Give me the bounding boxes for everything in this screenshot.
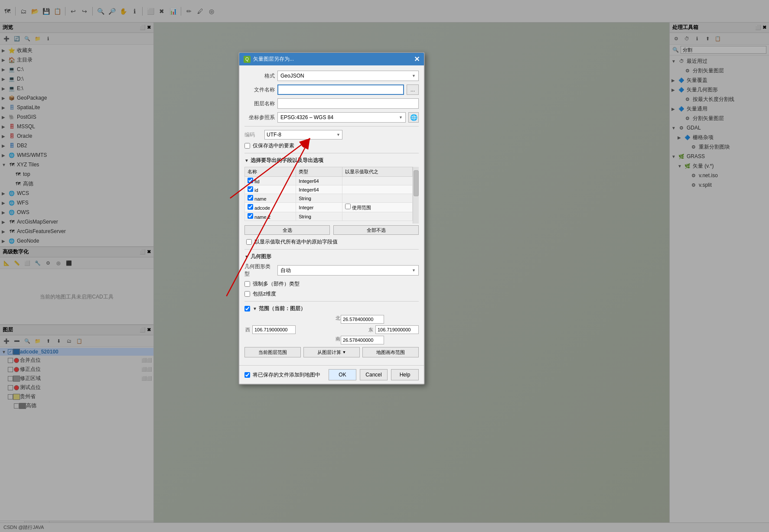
east-label: 东 xyxy=(368,327,374,333)
north-label: 北 xyxy=(335,315,341,324)
west-label: 西 xyxy=(244,327,251,333)
geomtype-value: 自动 xyxy=(280,267,291,274)
encoding-label: 编码 xyxy=(244,131,262,139)
add-to-map-row: 将已保存的文件添加到地图中 xyxy=(244,371,325,379)
fields-table-container: 名称 类型 以显示值取代之 fid Integer64 id xyxy=(244,167,419,224)
replace-all-checkbox[interactable] xyxy=(246,239,252,245)
crs-value: EPSG:4326 – WGS 84 xyxy=(280,114,333,120)
cancel-button[interactable]: Cancel xyxy=(360,369,388,380)
select-all-button[interactable]: 全选 xyxy=(244,225,330,235)
col-type: 类型 xyxy=(296,167,342,177)
field-row-name: name String xyxy=(245,194,413,203)
crs-globe-button[interactable]: 🌐 xyxy=(408,112,419,123)
geomtype-label: 几何图形类型 xyxy=(244,263,275,278)
format-select[interactable]: GeoJSON ▼ xyxy=(277,71,419,81)
fields-scrollbar[interactable] xyxy=(413,167,419,224)
format-value: GeoJSON xyxy=(280,73,304,79)
extent-north-input[interactable] xyxy=(341,315,384,324)
encoding-row: 编码 UTF-8 ▼ xyxy=(244,130,419,139)
field-type-fid: Integer64 xyxy=(296,177,342,185)
field-check-fid[interactable] xyxy=(248,178,253,183)
modal-title-icon: Q xyxy=(244,56,251,63)
add-to-map-checkbox[interactable] xyxy=(244,372,250,378)
include-z-label: 包括z维度 xyxy=(253,290,276,298)
divider-2 xyxy=(244,153,419,153)
extent-grid: 北 西 东 南 xyxy=(244,315,419,344)
map-canvas-extent-button[interactable]: 地图画布范围 xyxy=(362,347,419,357)
fields-section-arrow: ▼ xyxy=(244,158,249,163)
add-to-map-label: 将已保存的文件添加到地图中 xyxy=(253,371,320,379)
encoding-select[interactable]: UTF-8 ▼ xyxy=(264,130,342,139)
fields-scrollbar-thumb xyxy=(414,170,419,196)
include-z-checkbox[interactable] xyxy=(244,291,250,297)
geomtype-dropdown-arrow: ▼ xyxy=(412,268,416,272)
filename-row: 文件名称 … xyxy=(244,84,419,95)
col-replace: 以显示值取代之 xyxy=(342,167,413,177)
extent-south-input[interactable] xyxy=(341,336,384,344)
format-label: 格式 xyxy=(244,72,275,80)
divider-1 xyxy=(244,126,419,127)
fields-section-label: 选择要导出的字段以及导出选项 xyxy=(251,157,323,164)
divider-3 xyxy=(244,249,419,250)
crs-row: 坐标参照系 EPSG:4326 – WGS 84 ▼ 🌐 xyxy=(244,112,419,123)
fields-section-header[interactable]: ▼ 选择要导出的字段以及导出选项 xyxy=(244,157,419,164)
format-dropdown-arrow: ▼ xyxy=(412,74,416,78)
geometry-section-label: 几何图形 xyxy=(251,253,271,260)
modal-body: 格式 GeoJSON ▼ 文件名称 … 图层名称 坐标参照系 xyxy=(239,65,424,365)
col-name: 名称 xyxy=(245,167,296,177)
layername-label: 图层名称 xyxy=(244,100,275,107)
crs-dropdown-arrow: ▼ xyxy=(399,115,403,120)
field-check-id[interactable] xyxy=(248,186,253,192)
extent-buttons: 当前图层范围 从图层计算 ▼ 地图画布范围 xyxy=(244,347,419,357)
crs-select[interactable]: EPSG:4326 – WGS 84 ▼ xyxy=(277,112,406,123)
field-replace-adcode[interactable] xyxy=(345,204,351,209)
force-multi-checkbox[interactable] xyxy=(244,281,250,287)
filename-input[interactable] xyxy=(277,84,404,95)
layername-input[interactable] xyxy=(277,98,419,109)
browse-button[interactable]: … xyxy=(407,84,419,95)
field-type-name2: String xyxy=(296,212,342,221)
divider-4 xyxy=(244,301,419,302)
format-row: 格式 GeoJSON ▼ xyxy=(244,71,419,81)
save-as-dialog: Q 矢量图层另存为... ✕ 格式 GeoJSON ▼ 文件名称 … xyxy=(238,52,425,385)
crs-label: 坐标参照系 xyxy=(244,114,275,121)
ok-button[interactable]: OK xyxy=(329,369,356,380)
geomtype-select[interactable]: 自动 ▼ xyxy=(277,265,419,276)
extent-south-row: 南 xyxy=(244,336,419,344)
field-type-name: String xyxy=(296,194,342,203)
help-button[interactable]: Help xyxy=(391,369,419,380)
deselect-all-button[interactable]: 全部不选 xyxy=(333,225,419,235)
extent-checkbox[interactable] xyxy=(244,306,250,311)
force-multi-row: 强制多（部件）类型 xyxy=(244,280,419,288)
replace-all-row: 以显示值取代所有选中的原始字段值 xyxy=(244,238,419,246)
field-row-id: id Integer64 xyxy=(245,185,413,194)
south-label: 南 xyxy=(335,336,341,344)
modal-footer: 将已保存的文件添加到地图中 OK Cancel Help xyxy=(239,365,424,384)
extent-north-row: 北 xyxy=(244,315,419,324)
fields-buttons: 全选 全部不选 xyxy=(244,225,419,235)
save-selected-checkbox[interactable] xyxy=(244,143,250,149)
calculate-from-layer-button[interactable]: 从图层计算 ▼ xyxy=(303,347,360,357)
field-type-adcode: Integer xyxy=(296,203,342,212)
modal-close-button[interactable]: ✕ xyxy=(414,56,420,63)
force-multi-label: 强制多（部件）类型 xyxy=(253,280,300,288)
extent-east-input[interactable] xyxy=(375,325,419,334)
extent-west-input[interactable] xyxy=(252,325,296,334)
field-check-adcode[interactable] xyxy=(248,204,253,210)
geometry-section-header[interactable]: ▼ 几何图形 xyxy=(244,253,419,260)
geometry-section-arrow: ▼ xyxy=(244,254,249,259)
encoding-dropdown-arrow: ▼ xyxy=(336,133,340,137)
encoding-value: UTF-8 xyxy=(267,132,281,138)
field-row-adcode: adcode Integer 使用范围 xyxy=(245,203,413,212)
field-check-name2[interactable] xyxy=(248,213,253,219)
save-selected-label: 仅保存选中的要素 xyxy=(253,142,294,149)
field-check-name[interactable] xyxy=(248,195,253,201)
extent-section-arrow: ▼ xyxy=(253,306,257,311)
fields-table: 名称 类型 以显示值取代之 fid Integer64 id xyxy=(244,167,413,221)
current-layer-extent-button[interactable]: 当前图层范围 xyxy=(244,347,301,357)
field-row-fid: fid Integer64 xyxy=(245,177,413,185)
save-selected-row: 仅保存选中的要素 xyxy=(244,142,419,149)
extent-mid-row: 西 东 xyxy=(244,325,419,334)
extent-section-header[interactable]: ▼ 范围（当前：图层） xyxy=(244,305,419,312)
field-type-id: Integer64 xyxy=(296,185,342,194)
